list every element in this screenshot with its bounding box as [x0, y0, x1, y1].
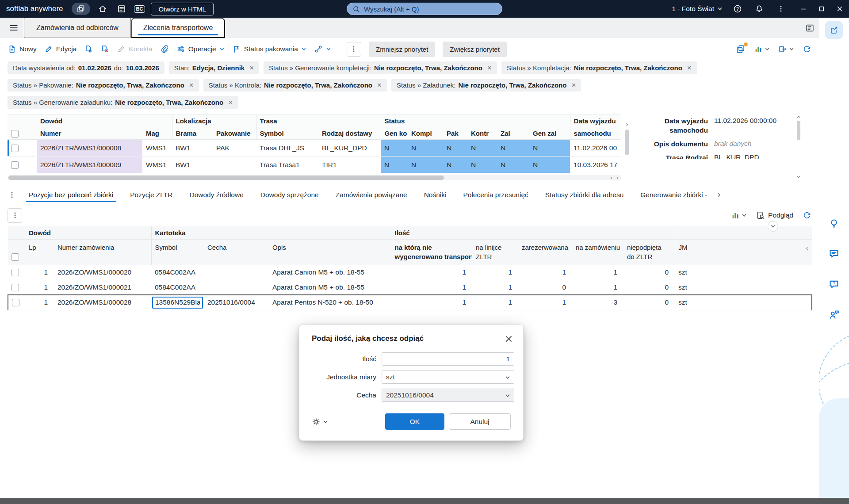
filter-chip[interactable]: Status » Załadunek:Nie rozpoczęto, Trwa,…: [391, 79, 581, 92]
views-button[interactable]: [736, 44, 746, 54]
column-header-na-linijce-zltr[interactable]: na linijceZLTR: [472, 239, 518, 265]
increase-priority-button[interactable]: Zwiększ priorytet: [443, 42, 507, 57]
column-header-jm[interactable]: JM: [675, 239, 696, 265]
row-checkbox[interactable]: [11, 161, 19, 169]
tab-generowanie-zbiorki[interactable]: Generowanie zbiórki -: [632, 186, 715, 204]
row-checkbox[interactable]: [11, 145, 19, 152]
minimize-button[interactable]: [800, 6, 807, 12]
maximize-button[interactable]: [818, 6, 825, 12]
document-delete-button[interactable]: [100, 45, 109, 53]
chip-close-icon[interactable]: ×: [487, 65, 492, 71]
tabs-more-button[interactable]: [4, 186, 20, 204]
tab-zamowienia-od-odbiorcow[interactable]: Zamówienia od odbiorców: [24, 18, 131, 38]
positions-more-button[interactable]: [8, 208, 22, 223]
main-menu-button[interactable]: [4, 18, 24, 38]
tab-dowody-zrodlowe[interactable]: Dowody źródłowe: [181, 186, 252, 204]
chip-close-icon[interactable]: ×: [249, 65, 254, 71]
share-button[interactable]: [825, 21, 843, 39]
column-header-zal[interactable]: Zal: [497, 127, 529, 140]
chevron-down-icon[interactable]: [796, 175, 801, 179]
analysis-button[interactable]: [754, 45, 770, 53]
toolbar-more-button[interactable]: [347, 42, 361, 57]
chip-close-icon[interactable]: ×: [571, 82, 576, 88]
table-row[interactable]: 1 2026/ZO/WMS1/000028 20251016/0004 Apar…: [8, 295, 812, 310]
export-button[interactable]: [778, 45, 794, 53]
filter-chip[interactable]: Status » Kompletacja:Nie rozpoczęto, Trw…: [501, 61, 697, 74]
document-info-button[interactable]: [84, 45, 93, 53]
tabs-overflow-button[interactable]: [716, 186, 722, 204]
vertical-scrollbar[interactable]: ›: [624, 115, 630, 179]
filter-chip[interactable]: Stan:Edycja, Dziennik×: [169, 61, 259, 74]
chip-close-icon[interactable]: ×: [377, 82, 382, 88]
filter-chip[interactable]: Status » Generowanie kompletacji:Nie roz…: [264, 61, 497, 74]
table-row[interactable]: 1 2026/ZO/WMS1/000021 0584C002AA Aparat …: [8, 280, 812, 295]
tab-zamowienia-powiazane[interactable]: Zamówienia powiązane: [327, 186, 416, 204]
packing-status-button[interactable]: Status pakowania: [232, 45, 306, 53]
ok-button[interactable]: OK: [385, 413, 444, 430]
row-checkbox[interactable]: [11, 284, 19, 291]
scrollbar-thumb[interactable]: [8, 176, 444, 180]
collapse-panel-button[interactable]: [768, 221, 778, 232]
tab-pozycje-zltr[interactable]: Pozycje ZLTR: [122, 186, 181, 204]
column-header-cecha[interactable]: Cecha: [204, 239, 269, 265]
help-chat-button[interactable]: ?: [828, 279, 840, 290]
collapse-columns-icon[interactable]: ‹: [806, 243, 808, 254]
column-header-na-ktora-nie-wygenerowano[interactable]: na którą niewygenerowano transport: [391, 239, 472, 265]
tab-statusy-zbiorki-dla-adresu[interactable]: Statusy zbiórki dla adresu: [537, 186, 632, 204]
home-button[interactable]: [96, 3, 109, 15]
chip-close-icon[interactable]: ×: [687, 65, 692, 71]
journal-button[interactable]: [115, 3, 128, 15]
column-header-rodzaj-dostawy[interactable]: Rodzaj dostawy: [318, 127, 381, 140]
chevron-up-icon[interactable]: [796, 115, 801, 119]
table-row[interactable]: 2026/ZLTR/WMS1/000008 WMS1 BW1 PAK Trasa…: [8, 140, 621, 157]
company-selector[interactable]: 1 - Foto Świat: [672, 5, 723, 13]
column-header-zarezerwowana[interactable]: zarezerwowana: [518, 239, 572, 265]
refresh-button[interactable]: [803, 45, 811, 53]
select-all-checkbox[interactable]: [11, 253, 19, 261]
scrollbar-arrows[interactable]: ‹ ›: [611, 175, 620, 180]
column-header-na-zamowieniu[interactable]: na zamówieniu: [572, 239, 623, 265]
preview-button[interactable]: Podgląd: [756, 211, 793, 220]
contact-button[interactable]: [828, 309, 840, 321]
dialog-close-button[interactable]: [504, 334, 513, 344]
column-header-numer-zamowienia[interactable]: Numer zamówienia: [54, 239, 151, 265]
column-header-mag[interactable]: Mag: [142, 127, 172, 140]
tab-dowody-sprzezone[interactable]: Dowody sprzężone: [252, 186, 327, 204]
filter-chip-date[interactable]: Data wystawienia od:01.02.2026 do:10.03.…: [8, 61, 164, 74]
positions-refresh-button[interactable]: [803, 211, 811, 220]
column-header-pakowanie[interactable]: Pakowanie: [213, 127, 256, 140]
column-header-symbol[interactable]: Symbol: [151, 239, 204, 265]
horizontal-scrollbar[interactable]: ‹ ›: [8, 175, 621, 180]
row-checkbox[interactable]: [11, 269, 19, 276]
column-header-kontr[interactable]: Kontr: [467, 127, 497, 140]
operations-button[interactable]: Operacje: [176, 45, 225, 53]
column-header-pak[interactable]: Pak: [443, 127, 467, 140]
chip-close-icon[interactable]: ×: [228, 99, 233, 106]
table-row[interactable]: 2026/ZLTR/WMS1/000009 WMS1 BW1 Trasa Tra…: [8, 157, 621, 173]
detail-scrollbar[interactable]: [795, 115, 802, 179]
more-options-button[interactable]: [774, 3, 788, 15]
lightbulb-button[interactable]: [828, 218, 840, 229]
reading-pane-button[interactable]: [805, 23, 815, 33]
decrease-priority-button[interactable]: Zmniejsz priorytet: [369, 42, 435, 57]
cancel-button[interactable]: Anuluj: [449, 413, 511, 430]
filter-chip[interactable]: Status » Generowanie załadunku:Nie rozpo…: [8, 96, 238, 109]
relations-button[interactable]: [314, 45, 331, 53]
column-header-opis[interactable]: Opis: [269, 239, 391, 265]
unit-select[interactable]: szt: [382, 370, 514, 384]
bc-button[interactable]: BC: [134, 3, 145, 15]
filter-chip[interactable]: Status » Pakowanie:Nie rozpoczęto, Trwa,…: [8, 79, 199, 92]
tab-pozycje-bez-polecen-zbiorki[interactable]: Pozycje bez poleceń zbiórki: [20, 186, 122, 204]
column-header-brama[interactable]: Brama: [172, 127, 213, 140]
attachments-button[interactable]: [160, 45, 169, 53]
tab-polecenia-przesuniec[interactable]: Polecenia przesunięć: [455, 186, 536, 204]
chip-close-icon[interactable]: ×: [189, 82, 194, 88]
column-header-lp[interactable]: Lp: [25, 239, 54, 265]
tab-zlecenia-transportowe[interactable]: Zlecenia transportowe: [131, 18, 225, 38]
chat-button[interactable]: [828, 248, 840, 260]
column-header-numer[interactable]: Numer: [37, 127, 142, 140]
column-header-gen-ko[interactable]: Gen ko: [381, 127, 408, 140]
chevron-right-icon[interactable]: ›: [624, 121, 630, 127]
scrollbar-thumb[interactable]: [625, 130, 629, 155]
table-row[interactable]: 1 2026/ZO/WMS1/000020 0584C002AA Aparat …: [8, 265, 812, 280]
